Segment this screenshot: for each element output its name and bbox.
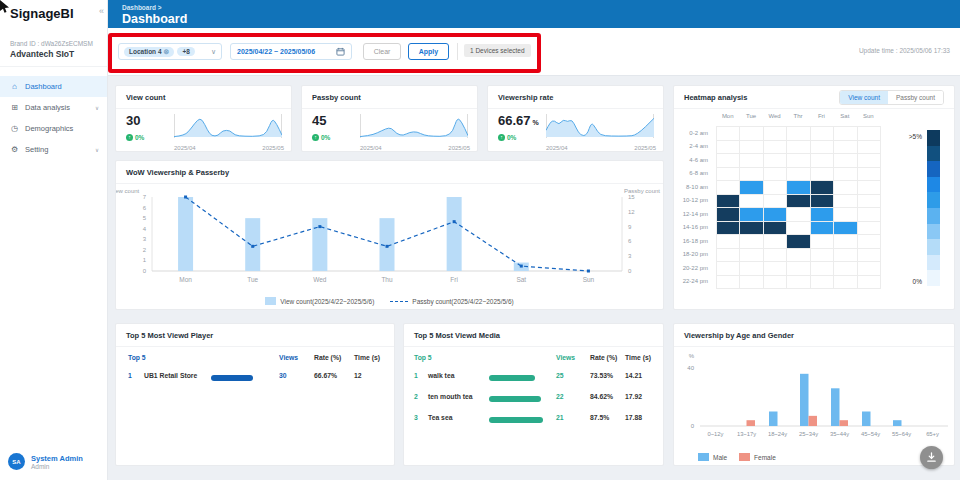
heatmap-legend-step bbox=[927, 255, 940, 271]
heatmap-cell bbox=[787, 208, 810, 222]
heatmap-cell bbox=[858, 235, 881, 249]
value-bar bbox=[489, 396, 541, 402]
heatmap-cell bbox=[858, 127, 881, 141]
heatmap-cell bbox=[740, 249, 763, 263]
brand-name: Advantech SIoT bbox=[10, 49, 74, 59]
rank: 2 bbox=[414, 393, 418, 400]
apply-button[interactable]: Apply bbox=[408, 43, 449, 60]
heatmap-cell bbox=[740, 208, 763, 222]
svg-text:Passby count: Passby count bbox=[624, 188, 660, 194]
heatmap-cell bbox=[787, 195, 810, 209]
table-header-row: Top 5ViewsRate (%)Time (s) bbox=[404, 350, 663, 368]
legend-min-label: 0% bbox=[913, 278, 922, 285]
download-button[interactable] bbox=[920, 446, 943, 469]
svg-text:2: 2 bbox=[143, 247, 147, 253]
heatmap-row-label: 18-20 pm bbox=[674, 248, 712, 262]
spark-x-start: 2025/04 bbox=[174, 145, 196, 151]
location-tag-label: Location 4 bbox=[129, 48, 162, 55]
heatmap-row-label: 12-14 pm bbox=[674, 207, 712, 221]
heatmap-cell bbox=[764, 168, 787, 182]
heatmap-cell bbox=[717, 154, 740, 168]
item-name: Tea sea bbox=[428, 414, 452, 421]
card-title: Viewership by Age and Gender bbox=[674, 324, 954, 347]
svg-text:40: 40 bbox=[687, 365, 694, 371]
heatmap-cell bbox=[787, 235, 810, 249]
heatmap-cell bbox=[834, 249, 857, 263]
heatmap-legend-step bbox=[927, 161, 940, 177]
location-tag[interactable]: Location 4⊗ bbox=[124, 47, 174, 57]
table-row: 2ten mouth tea2284.62%17.92 bbox=[404, 389, 663, 410]
wow-combo-chart: 0123456703691215View countPassby countMo… bbox=[116, 185, 664, 289]
column-header: Rate (%) bbox=[314, 354, 341, 361]
rate-value: 87.5% bbox=[590, 414, 609, 421]
legend-female: Female bbox=[739, 453, 776, 461]
location-select[interactable]: Location 4⊗ +8 ∨ bbox=[118, 43, 222, 60]
column-header: Top 5 bbox=[128, 354, 146, 361]
sidebar-item-label: Demographics bbox=[25, 124, 99, 133]
value-bar bbox=[489, 375, 535, 381]
mouse-cursor bbox=[0, 0, 10, 13]
heatmap-legend-step bbox=[927, 130, 940, 146]
heatmap-cell bbox=[740, 168, 763, 182]
heatmap-cell bbox=[764, 127, 787, 141]
top-player-card: Top 5 Most Viewd Player Top 5ViewsRate (… bbox=[115, 323, 395, 466]
card-title: Top 5 Most Viewd Player bbox=[116, 324, 394, 347]
heatmap-cell bbox=[740, 276, 763, 290]
download-icon bbox=[926, 452, 937, 463]
toggle-view-count[interactable]: View count bbox=[840, 91, 888, 104]
heatmap-cell bbox=[717, 235, 740, 249]
heatmap-cell bbox=[858, 168, 881, 182]
heatmap-cell bbox=[834, 208, 857, 222]
legend-view-count: View count(2025/4/22~2025/5/6) bbox=[265, 297, 374, 305]
heatmap-cell bbox=[717, 208, 740, 222]
breadcrumb: Dashboard > bbox=[122, 4, 162, 11]
legend-max-label: >5% bbox=[909, 133, 922, 140]
date-range-value: 2025/04/22 ~ 2025/05/06 bbox=[237, 48, 315, 55]
value-bar bbox=[489, 417, 543, 423]
clear-button[interactable]: Clear bbox=[363, 43, 401, 60]
sidebar-item-data-analysis[interactable]: ⊞Data analysis∨ bbox=[0, 97, 107, 118]
chevron-down-icon: ∨ bbox=[95, 105, 99, 111]
item-name: UB1 Retail Store bbox=[144, 372, 197, 379]
devices-selected-badge: 1 Devices selected bbox=[464, 44, 531, 57]
svg-text:Tue: Tue bbox=[247, 276, 258, 283]
heatmap-cell bbox=[811, 154, 834, 168]
heatmap-cell bbox=[811, 276, 834, 290]
heatmap-cell bbox=[764, 208, 787, 222]
svg-text:0: 0 bbox=[628, 268, 632, 274]
heatmap-cell bbox=[811, 181, 834, 195]
sidebar-item-setting[interactable]: ⚙Setting∨ bbox=[0, 139, 107, 160]
heatmap-cell bbox=[764, 262, 787, 276]
svg-text:5: 5 bbox=[143, 215, 147, 221]
table-header-row: Top 5ViewsRate (%)Time (s) bbox=[116, 350, 394, 368]
sidebar-collapse-icon[interactable]: « bbox=[99, 6, 104, 16]
remove-tag-icon[interactable]: ⊗ bbox=[164, 48, 170, 56]
heatmap-cell bbox=[764, 141, 787, 155]
heatmap-cell bbox=[740, 154, 763, 168]
heatmap-cell bbox=[764, 181, 787, 195]
column-header: Time (s) bbox=[354, 354, 380, 361]
date-range-input[interactable]: 2025/04/22 ~ 2025/05/06 bbox=[230, 43, 352, 60]
svg-text:3: 3 bbox=[628, 253, 632, 259]
heatmap-cell bbox=[764, 154, 787, 168]
user-profile[interactable]: SA System Admin Admin bbox=[8, 453, 83, 470]
heatmap-cell bbox=[811, 208, 834, 222]
heatmap-cell bbox=[834, 127, 857, 141]
avatar: SA bbox=[8, 453, 25, 470]
heatmap-cell bbox=[811, 168, 834, 182]
more-tags-badge[interactable]: +8 bbox=[177, 47, 194, 56]
breadcrumb-link[interactable]: Dashboard bbox=[122, 4, 156, 11]
heatmap-day-labels: MonTueWedThrFriSatSun bbox=[716, 113, 880, 119]
heatmap-legend-step bbox=[927, 270, 940, 286]
legend-dash-swatch bbox=[390, 301, 408, 302]
card-title: Passby count bbox=[302, 86, 477, 109]
heatmap-cell bbox=[717, 127, 740, 141]
sidebar-item-dashboard[interactable]: ⌂Dashboard bbox=[0, 76, 107, 97]
sidebar-item-demographics[interactable]: ◷Demographics bbox=[0, 118, 107, 139]
toggle-passby-count[interactable]: Passby count bbox=[888, 91, 943, 104]
up-arrow-icon: ↑ bbox=[312, 134, 319, 141]
wow-chart-card: WoW Viewership & Passerby 01234567036912… bbox=[115, 160, 664, 310]
chart-legend: View count(2025/4/22~2025/5/6) Passby co… bbox=[116, 297, 663, 305]
spark-x-end: 2025/05 bbox=[448, 145, 470, 151]
heatmap-cell bbox=[787, 222, 810, 236]
